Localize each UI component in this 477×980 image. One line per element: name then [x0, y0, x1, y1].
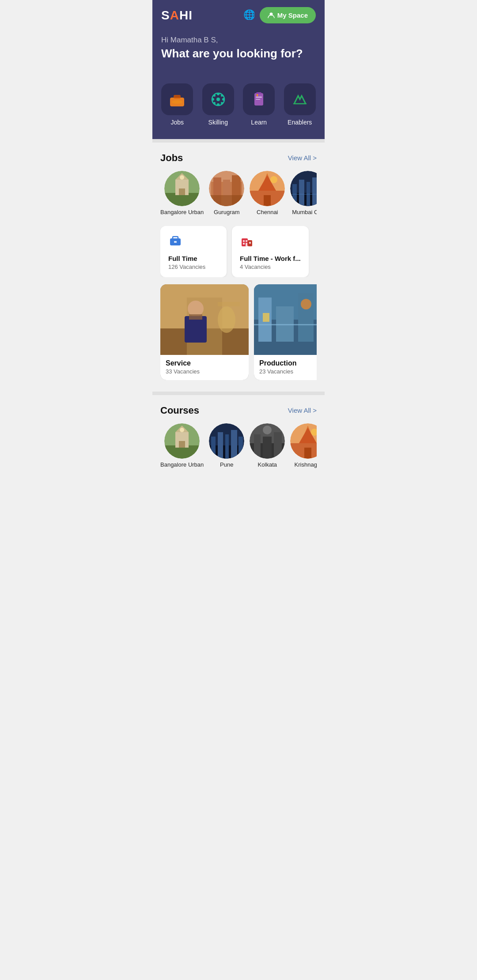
nav-item-enablers[interactable]: Enablers [284, 83, 316, 126]
nav-icons: Jobs Skilling [152, 79, 325, 139]
svg-rect-18 [256, 99, 260, 100]
job-card-wfh[interactable]: Full Time - Work f... 4 Vacancies [232, 226, 309, 277]
svg-rect-74 [254, 324, 317, 325]
my-space-label: My Space [277, 11, 308, 19]
svg-point-12 [221, 102, 223, 104]
course-city-bangalore-label: Bangalore Urban [160, 461, 204, 468]
category-card-production[interactable]: Production 23 Vacancies [254, 284, 317, 380]
svg-point-63 [188, 301, 204, 317]
skilling-label: Skilling [208, 119, 228, 126]
svg-rect-39 [264, 195, 271, 206]
svg-rect-100 [263, 437, 272, 459]
production-name: Production [259, 359, 317, 367]
service-vacancies: 33 Vacancies [166, 368, 243, 375]
nav-item-skilling[interactable]: Skilling [202, 83, 234, 126]
svg-point-6 [216, 98, 220, 101]
city-label-mumbai: Mumbai City [292, 209, 317, 215]
jobs-section: Jobs View All > Bangalore Urban [152, 143, 325, 392]
city-item-chennai[interactable]: Chennai [250, 171, 285, 215]
svg-point-87 [180, 428, 184, 432]
full-time-vacancies: 126 Vacancies [168, 264, 219, 270]
courses-section: Courses View All > Bangalore Urban [152, 395, 325, 486]
svg-rect-95 [238, 437, 243, 459]
svg-rect-16 [256, 92, 261, 94]
production-info: Production 23 Vacancies [254, 355, 317, 380]
city-item-mumbai[interactable]: Mumbai City [290, 171, 317, 215]
svg-rect-99 [254, 434, 261, 459]
service-name: Service [166, 359, 243, 367]
svg-point-66 [218, 306, 235, 333]
briefcase-icon [168, 233, 219, 250]
svg-point-9 [212, 98, 214, 101]
courses-view-all[interactable]: View All > [288, 407, 317, 414]
svg-point-102 [263, 426, 272, 434]
skilling-icon-box [202, 83, 234, 115]
section-divider-2 [152, 392, 325, 395]
main-question: What are you looking for? [161, 46, 316, 61]
svg-rect-65 [189, 314, 202, 320]
job-card-full-time[interactable]: Full Time 126 Vacancies [160, 226, 227, 277]
city-item-bangalore[interactable]: Bangalore Urban [160, 171, 204, 215]
greeting-text: Hi Mamatha B S, [161, 36, 316, 45]
category-card-service[interactable]: Service 33 Vacancies [160, 284, 249, 380]
nav-item-jobs[interactable]: Jobs [161, 83, 193, 126]
course-city-krishnagiri[interactable]: Krishnagiri [290, 423, 317, 468]
svg-rect-55 [243, 240, 245, 242]
service-info: Service 33 Vacancies [160, 355, 249, 380]
svg-rect-105 [290, 443, 317, 459]
course-city-kolkata[interactable]: Kolkata [250, 423, 285, 468]
header-section: SAHI 🌐 My Space Hi Mamatha B S, What are… [152, 0, 325, 79]
jobs-label: Jobs [170, 119, 184, 126]
job-type-cards-row: Full Time 126 Vacancies Full Time - Work… [160, 226, 317, 277]
svg-rect-92 [218, 432, 223, 459]
svg-rect-19 [257, 94, 258, 96]
translate-icon[interactable]: 🌐 [243, 8, 254, 23]
svg-point-13 [221, 94, 223, 97]
svg-point-7 [217, 93, 220, 95]
svg-rect-45 [299, 180, 304, 206]
svg-rect-17 [256, 97, 262, 98]
svg-point-8 [217, 103, 220, 106]
jobs-view-all[interactable]: View All > [288, 154, 317, 162]
nav-item-learn[interactable]: Learn [243, 83, 275, 126]
svg-rect-52 [174, 241, 177, 243]
city-label-chennai: Chennai [257, 209, 278, 215]
jobs-icon-box [161, 83, 193, 115]
city-label-gurugram: Gurugram [214, 209, 240, 215]
learn-icon-box [243, 83, 275, 115]
svg-point-4 [172, 100, 182, 104]
jobs-section-title: Jobs [160, 152, 183, 164]
course-city-bangalore[interactable]: Bangalore Urban [160, 423, 204, 468]
svg-rect-91 [211, 437, 216, 459]
svg-rect-101 [274, 432, 282, 459]
city-item-gurugram[interactable]: Gurugram [209, 171, 244, 215]
svg-rect-25 [179, 188, 185, 195]
learn-label: Learn [251, 119, 267, 126]
svg-point-40 [270, 176, 277, 183]
svg-rect-33 [209, 195, 244, 206]
course-city-pune[interactable]: Pune [209, 423, 244, 468]
svg-rect-94 [231, 430, 237, 459]
my-space-button[interactable]: My Space [260, 7, 316, 23]
svg-rect-64 [185, 316, 207, 343]
svg-point-26 [180, 175, 184, 180]
enablers-label: Enablers [288, 119, 312, 126]
svg-rect-93 [225, 434, 229, 459]
svg-rect-108 [304, 448, 311, 459]
courses-section-header: Courses View All > [160, 405, 317, 416]
svg-rect-59 [249, 242, 251, 244]
enablers-icon-box [284, 83, 316, 115]
svg-point-10 [222, 98, 225, 101]
wfh-vacancies: 4 Vacancies [240, 264, 301, 270]
service-image [160, 284, 249, 355]
svg-point-14 [213, 102, 216, 104]
svg-rect-44 [292, 184, 297, 206]
svg-rect-67 [218, 302, 240, 306]
svg-rect-86 [179, 441, 185, 448]
header-top: SAHI 🌐 My Space [161, 7, 316, 23]
svg-rect-56 [246, 240, 247, 242]
production-image [254, 284, 317, 355]
svg-point-11 [213, 94, 216, 97]
full-time-title: Full Time [168, 255, 219, 262]
svg-text:🌐: 🌐 [243, 9, 254, 20]
